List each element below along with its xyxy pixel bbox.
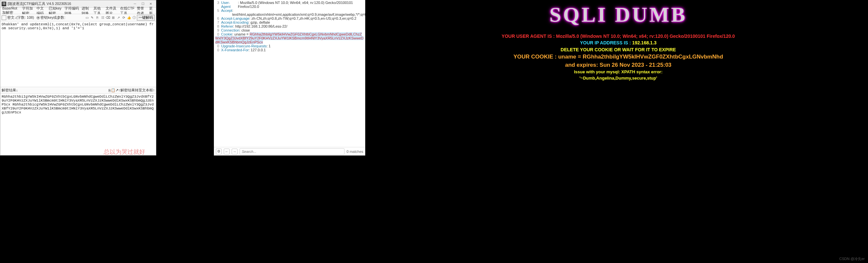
header-row: 9Connection: close (215, 28, 364, 32)
output-textarea[interactable]: RGhha2thbiIgYW5kIHVwZGF0ZXhtbCgxLGNvbmNh… (0, 94, 156, 155)
ip-line: YOUR IP ADDRESS IS : 192.168.1.3 (502, 39, 735, 46)
tool-icon[interactable]: ☷ (100, 15, 105, 20)
settings-icon[interactable]: ⚙ (216, 149, 222, 155)
header-row: 0Upgrade-Insecure-Requests : 1 (215, 44, 364, 48)
result-right-label: ↑解密结果转至文本框↑ (119, 88, 155, 93)
expires-line: and expires: Sun 26 Nov 2023 - 21:25:03 (502, 61, 735, 69)
user-agent-line: YOUR USER AGENT IS : Mozilla/5.0 (Window… (502, 33, 735, 39)
result-label: 解密结果↓ (2, 88, 18, 93)
tool-icon[interactable]: ▭ (85, 15, 89, 20)
header-row: 6Accept-Language: zh-CN,zh;q=0.8,zh-TW;q… (215, 17, 364, 21)
ctf-tool-window: 随 [随波逐流]CTF编码工具 V4.5 20230516 ─ ☐ ✕ Base… (0, 0, 156, 156)
clipboard-icon[interactable]: 📋 (111, 88, 116, 92)
cookie-line: YOUR COOKIE : uname = RGhha2thbiIgYW5kIH… (502, 53, 735, 61)
header-row: 5Accept: text/html,application/xhtml+xml… (215, 8, 364, 17)
watermark-text: 总以为哭过就好 (104, 148, 145, 156)
tool-icon[interactable]: ✎ (90, 15, 94, 20)
tool-icon[interactable]: ⓘ (132, 15, 136, 20)
tool-icon[interactable]: ⊞ (111, 15, 116, 20)
header-row: 8Referer: http://192.168.1.200:86/Less-2… (215, 24, 364, 28)
csdn-watermark: CSDN @冷先er (839, 256, 865, 261)
error-detail: '~Dumb,Angelina,Dummy,secure,stup' (502, 75, 735, 81)
app-icon: 随 (2, 2, 6, 6)
menubar: Base/Rot加解密 字符加解密 中文编码 已知key解密 字符编码转换 进制… (0, 7, 156, 14)
request-headers-panel: 3User-Agent: Mozilla/5.0 (Windows NT 10.… (214, 0, 365, 156)
search-bar: ⚙ ← → 0 matches (214, 147, 365, 156)
toolbar: 密文↓(字数: 108) 密钥key或参数: ▭ ✎ ⎘ ☷ ⌫ ⊞ ↗ ⟳ 👍… (0, 14, 156, 21)
radio-key[interactable] (36, 16, 40, 20)
headers-list[interactable]: 3User-Agent: Mozilla/5.0 (Windows NT 10.… (214, 0, 365, 147)
match-count: 0 matches (346, 150, 363, 154)
export-icon[interactable]: ↗ (116, 88, 119, 92)
header-row: 3User-Agent: Mozilla/5.0 (Windows NT 10.… (215, 1, 364, 8)
decode-button[interactable]: 一键解码 (137, 15, 155, 21)
file-icon[interactable] (2, 15, 6, 20)
error-line: Issue with your mysql: XPATH syntax erro… (502, 69, 735, 75)
tool-icon[interactable]: ⌫ (105, 15, 110, 20)
result-bar: 解密结果↓ ⎘ 📋 ↗ ↑解密结果转至文本框↑ (0, 87, 156, 94)
forward-icon[interactable]: → (231, 149, 238, 155)
menu-item[interactable]: Base/Rot加解密 (2, 6, 21, 15)
back-icon[interactable]: ← (224, 149, 230, 155)
tool-icon[interactable]: 👍 (127, 15, 131, 20)
input-label: 密文↓(字数: 108) (7, 15, 34, 20)
header-row-cookie: 0Cookie: uname = RGhha2thbiIgYW5kIHVwZGF… (215, 32, 364, 44)
sqli-logo: SQLI DUMB (550, 3, 687, 27)
search-input[interactable] (240, 148, 344, 155)
input-textarea[interactable]: Dhakkan' and updatexml(1,concat(0x7e,(se… (0, 21, 156, 87)
header-row: 0X-Forwarded-For : 127.0.0.1 (215, 48, 364, 52)
key-label: 密钥key或参数: (40, 15, 65, 20)
info-block: YOUR USER AGENT IS : Mozilla/5.0 (Window… (502, 33, 735, 81)
tool-icon[interactable]: ↗ (116, 15, 121, 20)
header-row: 7Accept-Encoding: gzip, deflate (215, 21, 364, 24)
tool-icon[interactable]: ⟳ (121, 15, 126, 20)
tool-icon[interactable]: ⎘ (95, 15, 100, 20)
copy-icon[interactable]: ⎘ (108, 89, 111, 92)
delete-cookie-line: DELETE YOUR COOKIE OR WAIT FOR IT TO EXP… (502, 46, 735, 53)
sqli-page: SQLI DUMB YOUR USER AGENT IS : Mozilla/5… (369, 0, 868, 156)
